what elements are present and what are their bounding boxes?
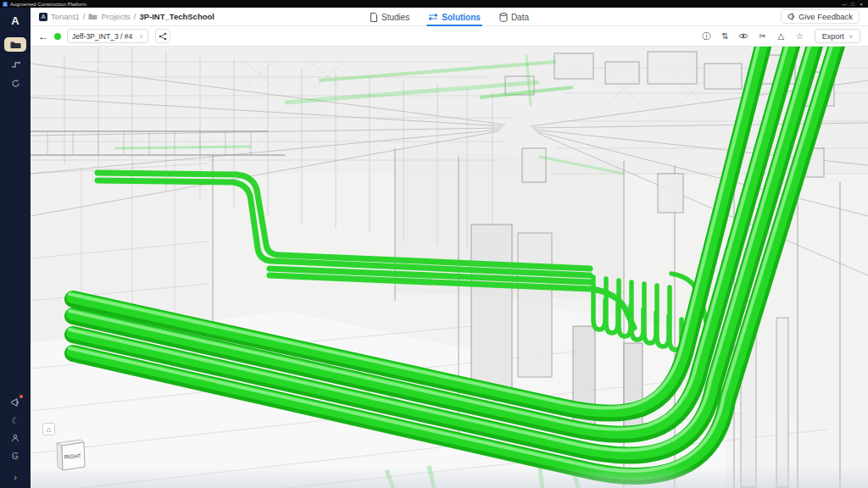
folder-icon bbox=[10, 41, 21, 49]
sidebar-item-pipes[interactable] bbox=[4, 57, 26, 71]
sidebar-item-profile[interactable] bbox=[8, 432, 23, 444]
breadcrumb-separator: / bbox=[134, 12, 136, 21]
export-button[interactable]: Export ∨ bbox=[815, 29, 860, 43]
tenant-badge: A bbox=[39, 13, 47, 21]
os-title-bar: A Augmented Construction Platform — □ × bbox=[0, 0, 868, 8]
document-icon bbox=[370, 13, 378, 22]
sidebar-item-projects[interactable] bbox=[4, 37, 26, 52]
sidebar-expand-button[interactable]: › bbox=[8, 471, 23, 483]
window-minimize-button[interactable]: — bbox=[840, 2, 849, 7]
solution-status-dot bbox=[54, 33, 61, 40]
breadcrumb-tenant[interactable]: Tenant1 bbox=[51, 12, 80, 21]
info-button[interactable]: ⓘ bbox=[699, 29, 714, 43]
window-title: Augmented Construction Platform bbox=[10, 2, 86, 7]
export-label: Export bbox=[822, 32, 844, 41]
flow-arrows-button[interactable]: ⇅ bbox=[718, 29, 732, 43]
eye-icon bbox=[738, 32, 748, 40]
left-sidebar: A ☾ G › bbox=[0, 8, 31, 488]
clip-button[interactable]: ✂ bbox=[755, 29, 770, 43]
breadcrumb-projects[interactable]: Projects bbox=[101, 12, 130, 21]
back-button[interactable]: ← bbox=[38, 30, 48, 42]
window-close-button[interactable]: × bbox=[857, 2, 865, 7]
solution-selector[interactable]: Jeff-3P_INT_3 / #4 ∨ bbox=[67, 29, 148, 43]
solution-selector-value: Jeff-3P_INT_3 / #4 bbox=[72, 32, 132, 41]
announcement-icon bbox=[11, 398, 20, 407]
tab-solutions[interactable]: Solutions bbox=[428, 8, 481, 26]
breadcrumb-separator: / bbox=[83, 12, 86, 21]
breadcrumb-project-name: 3P-INT_TechSchool bbox=[139, 12, 214, 21]
sidebar-item-theme[interactable]: ☾ bbox=[8, 414, 23, 426]
app-badge-icon: A bbox=[3, 2, 8, 7]
database-icon bbox=[499, 13, 508, 22]
favorite-button[interactable]: ☆ bbox=[793, 29, 807, 43]
give-feedback-label: Give Feedback bbox=[798, 12, 853, 21]
tab-studies-label: Studies bbox=[381, 13, 409, 22]
window-maximize-button[interactable]: □ bbox=[849, 2, 857, 7]
viewport-3d-scene[interactable]: ⌂ RIGHT bbox=[31, 47, 868, 488]
user-icon bbox=[11, 434, 19, 442]
tab-studies[interactable]: Studies bbox=[370, 8, 409, 26]
sidebar-item-language[interactable]: G bbox=[8, 450, 23, 462]
notification-dot bbox=[19, 395, 23, 398]
gear-refresh-icon bbox=[11, 79, 20, 88]
visibility-button[interactable] bbox=[737, 29, 751, 43]
share-icon bbox=[159, 32, 167, 41]
give-feedback-button[interactable]: Give Feedback bbox=[781, 9, 860, 24]
tab-data-label: Data bbox=[511, 13, 529, 22]
sidebar-item-notifications[interactable] bbox=[8, 396, 23, 408]
chevron-down-icon: ∨ bbox=[139, 33, 143, 40]
home-view-button[interactable]: ⌂ bbox=[42, 423, 55, 435]
view-cube[interactable]: RIGHT bbox=[50, 435, 89, 474]
folder-icon bbox=[88, 13, 97, 20]
breadcrumb: A Tenant1 / Projects / 3P-INT_TechSchool bbox=[39, 12, 214, 21]
share-button[interactable] bbox=[155, 29, 170, 43]
view-cube-face-label: RIGHT bbox=[64, 452, 81, 459]
pipe-route-icon bbox=[11, 59, 20, 69]
app-header: A Tenant1 / Projects / 3P-INT_TechSchool… bbox=[31, 8, 868, 26]
tab-solutions-label: Solutions bbox=[442, 13, 481, 22]
app-logo[interactable]: A bbox=[11, 14, 19, 27]
feedback-megaphone-icon bbox=[787, 13, 795, 20]
solution-toolbar: ← Jeff-3P_INT_3 / #4 ∨ ⓘ ⇅ ✂ △ ☆ Export … bbox=[31, 26, 868, 47]
viewer-action-group: ⓘ ⇅ ✂ △ ☆ Export ∨ bbox=[699, 29, 860, 43]
clash-warning-button[interactable]: △ bbox=[774, 29, 788, 43]
sidebar-item-settings[interactable] bbox=[4, 76, 26, 91]
model-render bbox=[31, 47, 868, 488]
chevron-down-icon: ∨ bbox=[849, 33, 853, 40]
tab-data[interactable]: Data bbox=[499, 8, 529, 26]
solutions-route-icon bbox=[428, 13, 438, 21]
